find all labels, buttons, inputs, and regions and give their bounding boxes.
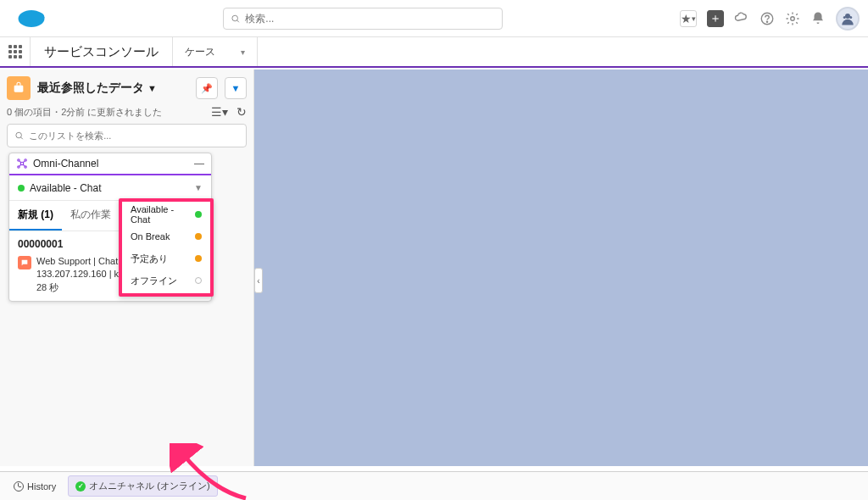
status-option-label: On Break: [131, 231, 170, 242]
svg-point-18: [25, 166, 26, 168]
omni-channel-icon: [16, 158, 28, 169]
annotation-arrow: [170, 443, 254, 500]
sidebar-search-input[interactable]: [29, 131, 239, 141]
nav-tab-label: ケース: [185, 45, 215, 59]
status-option-label: 予定あり: [131, 253, 168, 265]
case-line-3: 28 秒: [36, 281, 124, 294]
svg-point-17: [18, 166, 19, 168]
svg-point-8: [845, 14, 850, 19]
omni-current-status: Available - Chat: [30, 182, 102, 194]
chevron-down-icon: ▼: [194, 183, 203, 192]
global-search[interactable]: [223, 8, 503, 30]
search-icon: [14, 131, 24, 141]
list-view-title-text: 最近参照したデータ: [37, 81, 144, 96]
nav-bar: サービスコンソール ケース ▾: [0, 37, 868, 68]
status-option-offline[interactable]: オフライン: [124, 269, 209, 292]
status-option-label: Available - Chat: [131, 204, 195, 225]
case-line-1: Web Support | Chat: [36, 255, 124, 268]
status-option-on-break[interactable]: On Break: [124, 225, 209, 247]
svg-point-1: [19, 15, 31, 25]
global-add-button[interactable]: ＋: [707, 10, 724, 27]
help-icon[interactable]: [760, 11, 775, 26]
omni-tab-new-count: (1): [41, 208, 53, 220]
nav-tab-cases[interactable]: ケース ▾: [173, 37, 258, 66]
omni-minimize-button[interactable]: —: [194, 158, 204, 169]
case-object-icon: [7, 76, 31, 100]
list-sub-row: 0 個の項目・2分前 に更新されました ☰▾ ↻: [7, 105, 247, 119]
svg-point-15: [18, 159, 19, 161]
clock-icon: [14, 481, 24, 492]
utility-bar: History ✓ オムニチャネル (オンライン): [0, 471, 868, 500]
omni-panel-header: Omni-Channel —: [9, 153, 211, 175]
pin-list-button[interactable]: 📌: [196, 77, 218, 99]
app-launcher-button[interactable]: [0, 37, 31, 66]
omni-tab-mywork[interactable]: 私の作業: [62, 201, 120, 231]
svg-point-16: [25, 159, 26, 161]
global-search-wrap: [46, 8, 680, 30]
salesforce-logo: [17, 8, 46, 29]
svg-point-7: [791, 16, 795, 20]
svg-point-9: [843, 16, 846, 19]
split-view-handle[interactable]: ‹: [254, 268, 263, 293]
display-as-button[interactable]: ☰▾: [211, 105, 228, 119]
svg-point-6: [766, 21, 767, 22]
list-controls-button[interactable]: ▼: [225, 77, 247, 99]
status-dot-icon: [195, 211, 202, 218]
favorites-button[interactable]: ★▾: [680, 10, 697, 27]
header-actions: ★▾ ＋: [680, 7, 860, 31]
chevron-left-icon: ‹: [257, 276, 259, 286]
case-details: Web Support | Chat 133.207.129.160 | ke …: [36, 255, 124, 294]
notifications-bell-icon[interactable]: [810, 11, 826, 26]
sidebar-search[interactable]: [7, 124, 247, 147]
chevron-down-icon: ▼: [147, 83, 157, 93]
status-dot-icon: [195, 255, 202, 262]
salescloud-icon[interactable]: [734, 11, 749, 26]
status-dot-icon: [195, 277, 202, 284]
global-header: ★▾ ＋: [0, 0, 868, 37]
svg-point-2: [31, 12, 44, 22]
case-line-2: 133.207.129.160 | ke: [36, 268, 124, 281]
status-dot-icon: [195, 233, 202, 240]
omni-status-selector[interactable]: Available - Chat ▼: [9, 175, 211, 201]
status-option-label: オフライン: [131, 275, 177, 287]
omni-panel-title: Omni-Channel: [33, 158, 98, 169]
status-option-available-chat[interactable]: Available - Chat: [124, 203, 209, 225]
utility-item-label: History: [27, 481, 56, 492]
list-sub-text: 0 個の項目・2分前 に更新されました: [7, 106, 162, 119]
svg-point-12: [16, 132, 22, 138]
app-name: サービスコンソール: [31, 37, 173, 66]
user-avatar[interactable]: [836, 7, 860, 31]
check-circle-icon: ✓: [75, 481, 86, 492]
omni-tab-new-label: 新規: [18, 208, 38, 220]
global-search-input[interactable]: [245, 13, 495, 25]
status-option-scheduled[interactable]: 予定あり: [124, 247, 209, 269]
svg-point-10: [849, 16, 852, 19]
svg-rect-11: [14, 86, 24, 92]
search-icon: [231, 14, 240, 24]
list-view-title[interactable]: 最近参照したデータ ▼: [37, 81, 189, 96]
omni-status-dropdown: Available - Chat On Break 予定あり オフライン: [119, 198, 214, 297]
waffle-icon: [8, 45, 22, 58]
svg-line-13: [20, 137, 22, 139]
chevron-down-icon: ▾: [241, 47, 245, 57]
list-header: 最近参照したデータ ▼ 📌 ▼: [7, 76, 247, 100]
utility-item-history[interactable]: History: [7, 478, 63, 495]
svg-line-4: [237, 19, 239, 21]
refresh-button[interactable]: ↻: [236, 105, 247, 119]
status-dot-icon: [18, 185, 25, 192]
setup-gear-icon[interactable]: [785, 11, 800, 26]
svg-point-3: [232, 15, 238, 21]
chat-icon: [18, 256, 31, 269]
omni-tab-new[interactable]: 新規 (1): [9, 201, 62, 231]
main-canvas: [254, 69, 868, 466]
